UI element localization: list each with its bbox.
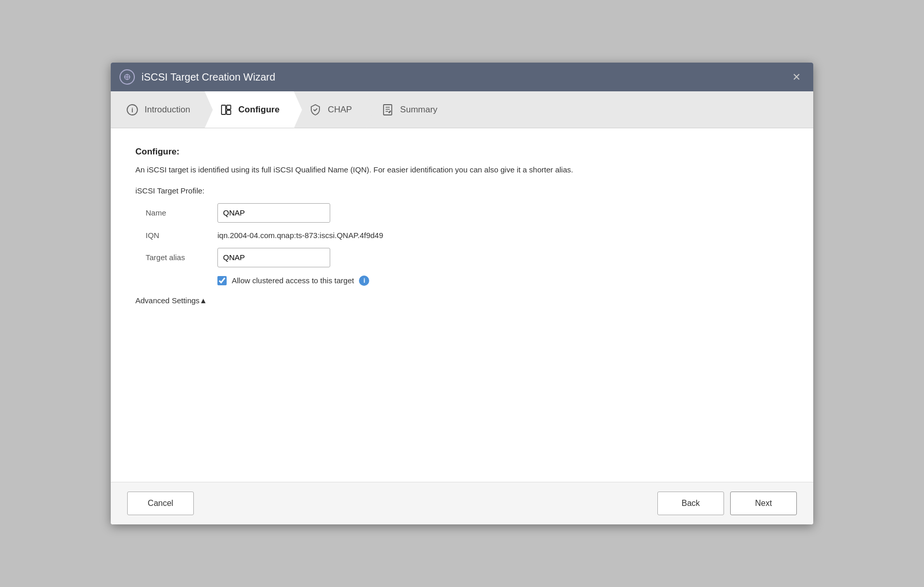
step-configure-label: Configure (238, 105, 279, 115)
form-row-iqn: IQN iqn.2004-04.com.qnap:ts-873:iscsi.QN… (146, 231, 789, 240)
name-label: Name (146, 208, 217, 217)
summary-icon (380, 103, 395, 117)
form-row-name: Name (146, 203, 789, 223)
step-bar: i Introduction Configure (111, 91, 813, 128)
footer-left: Cancel (127, 492, 194, 515)
info-icon[interactable]: i (359, 276, 369, 286)
alias-input[interactable] (217, 248, 330, 267)
introduction-icon: i (125, 103, 139, 117)
svg-rect-6 (227, 110, 231, 114)
checkbox-row: Allow clustered access to this target i (217, 276, 789, 286)
checkbox-label: Allow clustered access to this target (232, 276, 354, 285)
step-introduction-label: Introduction (145, 105, 190, 115)
close-button[interactable]: ✕ (788, 69, 805, 85)
footer-right: Back Next (657, 492, 797, 515)
form-row-alias: Target alias (146, 248, 789, 267)
clustered-access-checkbox[interactable] (217, 276, 227, 285)
advanced-settings-label: Advanced Settings▲ (135, 296, 207, 305)
iqn-label: IQN (146, 231, 217, 240)
chap-icon (308, 103, 323, 117)
iscsi-icon (119, 69, 135, 85)
step-chap-label: CHAP (328, 105, 352, 115)
main-content: Configure: An iSCSI target is identified… (111, 128, 813, 482)
wizard-window: iSCSI Target Creation Wizard ✕ i Introdu… (111, 63, 813, 524)
footer: Cancel Back Next (111, 482, 813, 524)
profile-label: iSCSI Target Profile: (135, 186, 789, 195)
step-configure[interactable]: Configure (205, 91, 294, 128)
advanced-settings-toggle[interactable]: Advanced Settings▲ (135, 296, 789, 305)
iqn-value: iqn.2004-04.com.qnap:ts-873:iscsi.QNAP.4… (217, 231, 383, 240)
alias-label: Target alias (146, 253, 217, 262)
step-introduction[interactable]: i Introduction (111, 91, 205, 128)
svg-rect-4 (222, 105, 226, 114)
cancel-button[interactable]: Cancel (127, 492, 194, 515)
svg-rect-5 (227, 105, 231, 109)
section-title: Configure: (135, 147, 789, 157)
next-button[interactable]: Next (730, 492, 797, 515)
name-input[interactable] (217, 203, 330, 223)
section-description: An iSCSI target is identified using its … (135, 164, 789, 176)
back-button[interactable]: Back (657, 492, 724, 515)
form-table: Name IQN iqn.2004-04.com.qnap:ts-873:isc… (146, 203, 789, 267)
title-bar: iSCSI Target Creation Wizard ✕ (111, 63, 813, 91)
window-title: iSCSI Target Creation Wizard (142, 71, 275, 83)
title-bar-left: iSCSI Target Creation Wizard (119, 69, 275, 85)
step-summary-label: Summary (400, 105, 437, 115)
svg-rect-7 (384, 105, 392, 115)
configure-icon (219, 103, 233, 117)
svg-text:i: i (131, 106, 133, 114)
step-summary[interactable]: Summary (366, 91, 452, 128)
step-chap[interactable]: CHAP (294, 91, 366, 128)
